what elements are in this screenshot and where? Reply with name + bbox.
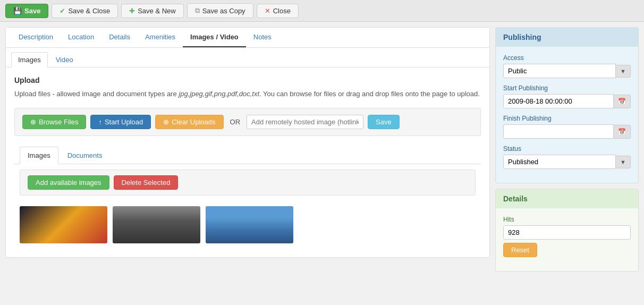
hits-label: Hits xyxy=(503,216,631,223)
access-select-arrow[interactable]: ▼ xyxy=(616,65,631,78)
upload-bar: ⊕ Browse Files ↑ Start Upload ⊗ Clear Up… xyxy=(14,108,481,136)
save-icon: 💾 xyxy=(13,7,22,15)
save-copy-button[interactable]: ⧉ Save as Copy xyxy=(187,3,253,18)
tab-images-video[interactable]: Images / Video xyxy=(183,28,246,47)
access-select[interactable]: Public Registered Special Guest xyxy=(503,64,616,78)
check-icon: ✔ xyxy=(60,7,65,15)
start-upload-button[interactable]: ↑ Start Upload xyxy=(90,115,151,129)
status-select-arrow[interactable]: ▼ xyxy=(616,156,631,168)
hits-row: Hits Reset xyxy=(503,216,631,257)
status-select[interactable]: Published Unpublished Trashed xyxy=(503,155,616,169)
content-area: Description Location Details Amenities I… xyxy=(5,27,490,258)
access-row: Access Public Registered Special Guest ▼ xyxy=(503,54,631,78)
tab-notes[interactable]: Notes xyxy=(246,28,279,47)
start-publishing-calendar-button[interactable]: 📅 xyxy=(614,95,631,108)
thumbnail-3[interactable] xyxy=(206,206,293,243)
tab-details[interactable]: Details xyxy=(101,28,138,47)
finish-publishing-label: Finish Publishing xyxy=(503,115,631,122)
finish-publishing-date-wrapper: 📅 xyxy=(503,124,631,139)
save-button[interactable]: 💾 Save xyxy=(5,4,48,18)
plus-circle-icon: ⊕ xyxy=(30,118,36,126)
close-button[interactable]: ✕ Close xyxy=(257,4,299,18)
bottom-tab-images[interactable]: Images xyxy=(20,147,58,164)
tab-location[interactable]: Location xyxy=(61,28,101,47)
details-panel-body: Hits Reset xyxy=(496,208,638,271)
stop-icon: ⊗ xyxy=(163,118,169,126)
main-tabs-nav: Description Location Details Amenities I… xyxy=(6,28,489,48)
clear-uploads-button[interactable]: ⊗ Clear Uploads xyxy=(155,115,223,129)
image-thumbnails xyxy=(14,201,481,249)
copy-icon: ⧉ xyxy=(195,6,200,15)
sidebar: Publishing Access Public Registered Spec… xyxy=(495,27,639,272)
publishing-panel: Publishing Access Public Registered Spec… xyxy=(495,27,639,183)
add-available-images-button[interactable]: Add available images xyxy=(28,175,109,190)
access-label: Access xyxy=(503,54,631,62)
delete-selected-button[interactable]: Delete Selected xyxy=(114,175,179,190)
status-row: Status Published Unpublished Trashed ▼ xyxy=(503,145,631,169)
hits-input[interactable] xyxy=(503,225,631,240)
start-publishing-row: Start Publishing 📅 xyxy=(503,84,631,108)
toolbar: 💾 Save ✔ Save & Close ✚ Save & New ⧉ Sav… xyxy=(0,0,644,22)
start-publishing-label: Start Publishing xyxy=(503,84,631,92)
images-actions: Add available images Delete Selected xyxy=(20,170,476,196)
thumbnail-2[interactable] xyxy=(113,206,200,243)
status-select-wrapper: Published Unpublished Trashed ▼ xyxy=(503,155,631,169)
start-publishing-date-wrapper: 📅 xyxy=(503,94,631,108)
upload-title: Upload xyxy=(14,76,481,84)
access-select-wrapper: Public Registered Special Guest ▼ xyxy=(503,64,631,78)
reset-button[interactable]: Reset xyxy=(503,243,537,257)
details-panel-header: Details xyxy=(496,189,638,208)
browse-files-button[interactable]: ⊕ Browse Files xyxy=(22,115,86,129)
finish-publishing-row: Finish Publishing 📅 xyxy=(503,115,631,139)
finish-publishing-calendar-button[interactable]: 📅 xyxy=(614,125,631,139)
publishing-panel-body: Access Public Registered Special Guest ▼… xyxy=(496,47,638,183)
save-close-button[interactable]: ✔ Save & Close xyxy=(52,4,118,18)
details-panel: Details Hits Reset xyxy=(495,189,639,272)
upload-icon: ↑ xyxy=(98,118,102,126)
plus-icon: ✚ xyxy=(129,7,135,15)
finish-publishing-input[interactable] xyxy=(503,124,614,139)
sub-tabs-nav: Images Video xyxy=(6,48,489,67)
bottom-tabs-nav: Images Documents xyxy=(14,147,481,164)
start-publishing-input[interactable] xyxy=(503,94,614,108)
tab-amenities[interactable]: Amenities xyxy=(138,28,183,47)
bottom-tab-documents[interactable]: Documents xyxy=(60,147,111,164)
main-layout: Description Location Details Amenities I… xyxy=(0,22,644,277)
upload-description: Upload files - allowed image and documen… xyxy=(14,89,481,99)
or-label: OR xyxy=(230,118,241,126)
hotlink-input[interactable] xyxy=(247,115,363,129)
x-icon: ✕ xyxy=(265,7,270,15)
sub-tab-video[interactable]: Video xyxy=(49,52,80,67)
tab-description[interactable]: Description xyxy=(11,28,61,47)
save-new-button[interactable]: ✚ Save & New xyxy=(121,4,184,18)
tab-content: Upload Upload files - allowed image and … xyxy=(6,67,489,257)
publishing-panel-header: Publishing xyxy=(496,28,638,47)
status-label: Status xyxy=(503,145,631,152)
save-hotlink-button[interactable]: Save xyxy=(368,115,400,129)
sub-tab-images[interactable]: Images xyxy=(11,52,48,67)
thumbnail-1[interactable] xyxy=(20,206,107,243)
